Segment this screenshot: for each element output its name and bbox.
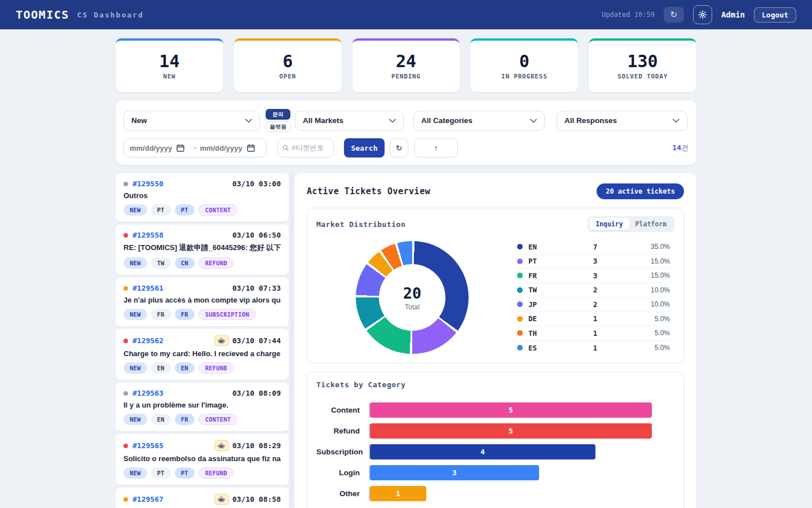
legend-count: 2: [554, 286, 636, 294]
ticket-id-link[interactable]: #129562: [133, 336, 164, 345]
ticket-badge-en: EN: [175, 362, 195, 374]
legend-label: EN: [528, 243, 554, 251]
legend-row: FR 3 15.0%: [517, 269, 670, 283]
legend-dot: [517, 330, 523, 336]
ticket-id-link[interactable]: #129563: [133, 389, 164, 397]
calendar-icon[interactable]: [247, 144, 255, 152]
stat-label: IN PROGRESS: [501, 73, 548, 80]
arrow-up-icon: ↑: [434, 143, 438, 152]
ticket-badge-fr: FR: [175, 414, 195, 425]
gear-icon: [698, 10, 707, 19]
tab-inquiry[interactable]: Inquiry: [589, 218, 629, 230]
legend-label: FR: [528, 271, 554, 280]
bot-badge: [214, 440, 229, 451]
ticket-id-link[interactable]: #129550: [133, 179, 164, 188]
settings-button[interactable]: [693, 5, 712, 24]
refresh-icon: ↻: [670, 10, 678, 20]
bar-row: Refund 5: [316, 423, 674, 439]
ticket-badge-content: CONTENT: [198, 204, 238, 216]
date-from-field[interactable]: [130, 144, 191, 152]
ticket-badge-en: EN: [151, 362, 171, 374]
admin-user-label: Admin: [721, 10, 745, 19]
ticket-card[interactable]: #129562: [116, 329, 289, 380]
stat-label: PENDING: [391, 73, 421, 80]
bar-value: 1: [370, 486, 426, 501]
chevron-down-icon: [245, 119, 252, 123]
refresh-button[interactable]: ↻: [664, 7, 684, 23]
chevron-down-icon: [530, 119, 537, 123]
status-select[interactable]: New: [123, 111, 260, 131]
scroll-top-button[interactable]: ↑: [414, 138, 458, 157]
ticket-badges: NEWTWCNREFUND: [123, 257, 281, 269]
bot-badge: [214, 494, 229, 505]
legend-count: 1: [554, 344, 636, 352]
bar-row: Subscription 4: [316, 444, 674, 459]
logout-button[interactable]: Logout: [754, 7, 796, 23]
stat-card: 24 PENDING: [352, 38, 460, 92]
ticket-badge-refund: REFUND: [198, 362, 234, 374]
bar-value: 3: [370, 465, 539, 480]
ticket-id-link[interactable]: #129558: [133, 231, 164, 239]
bar-axis: 5: [369, 402, 674, 418]
tab-platform[interactable]: Platform: [629, 218, 673, 230]
stat-card: 14 NEW: [116, 38, 223, 92]
ticket-card[interactable]: #129561 03/10 07:33 Je n'ai plus accès à…: [116, 278, 289, 326]
ticket-card[interactable]: #129550 03/10 03:00 Outros NEWPTPTCONTEN…: [116, 173, 289, 222]
ticket-badge-content: CONTENT: [198, 414, 238, 425]
toggle-platform-button[interactable]: 플랫폼: [266, 121, 290, 132]
ticket-badge-new: NEW: [123, 204, 147, 216]
response-select-value: All Responses: [564, 116, 617, 125]
bar-category-label: Refund: [316, 427, 369, 435]
legend-dot: [517, 244, 523, 249]
ticket-card[interactable]: #129563 03/10 08:09 Il y a un problème s…: [116, 383, 289, 431]
stat-card: 6 OPEN: [234, 38, 342, 92]
response-select[interactable]: All Responses: [557, 111, 687, 131]
legend-label: DE: [528, 314, 554, 323]
ticket-id-link[interactable]: #129561: [133, 284, 164, 292]
brand-logo: TOOMICS: [16, 8, 69, 21]
market-donut-chart: 20 Total: [356, 241, 469, 354]
ticket-badge-new: NEW: [123, 467, 147, 479]
ticket-list-scrollbar[interactable]: [290, 173, 293, 507]
ticket-badges: NEWFRFRSUBSCRIPTION: [123, 309, 281, 320]
ticket-badge-cn: CN: [175, 257, 195, 269]
bar-row: Content 5: [316, 402, 674, 418]
ticket-card[interactable]: #129558 03/10 06:50 RE: [TOOMICS] 退款申請_6…: [116, 225, 289, 275]
search-button[interactable]: Search: [344, 138, 385, 157]
ticket-id-link[interactable]: #129565: [133, 441, 164, 450]
category-select[interactable]: All Categories: [413, 111, 545, 131]
overview-title: Active Tickets Overview: [307, 186, 430, 196]
category-chart-card: Tickets by Category Content 5 Refund 5: [307, 372, 684, 508]
ticket-badges: NEWPTPTREFUND: [123, 467, 281, 479]
date-from-input[interactable]: [130, 144, 174, 152]
ticket-badge-new: NEW: [123, 257, 147, 269]
stat-label: OPEN: [279, 73, 296, 80]
date-to-input[interactable]: [200, 144, 244, 152]
ticket-search-input[interactable]: [292, 144, 329, 152]
legend-row: TW 2 10.0%: [517, 283, 670, 298]
legend-dot: [517, 259, 523, 264]
ticket-card[interactable]: #129567: [116, 488, 289, 508]
legend-count: 1: [554, 314, 636, 323]
search-icon: [283, 144, 289, 152]
toggle-inquiry-button[interactable]: 문의: [266, 109, 290, 120]
legend-percent: 35.0%: [636, 243, 670, 251]
date-to-field[interactable]: [200, 144, 261, 152]
ticket-badge-fr: FR: [175, 309, 195, 320]
result-count: 14건: [672, 143, 689, 153]
filter-refresh-button[interactable]: ↻: [390, 138, 408, 157]
bar-row: Login 3: [316, 465, 674, 480]
active-tickets-badge: 20 active tickets: [597, 183, 684, 199]
ticket-badge-new: NEW: [123, 362, 147, 374]
calendar-icon[interactable]: [176, 144, 184, 152]
ticket-card[interactable]: #129565: [116, 434, 289, 485]
bar-category-label: Other: [316, 489, 369, 498]
ticket-badge-pt: PT: [151, 467, 171, 479]
robot-icon: [218, 496, 225, 502]
legend-label: ES: [528, 344, 554, 352]
market-select[interactable]: All Markets: [295, 111, 404, 131]
legend-percent: 5.0%: [636, 344, 670, 352]
ticket-id-link[interactable]: #129567: [133, 495, 164, 503]
ticket-date: 03/10 07:44: [232, 336, 281, 345]
ticket-title: Charge to my card: Hello. I recieved a c…: [123, 349, 281, 358]
